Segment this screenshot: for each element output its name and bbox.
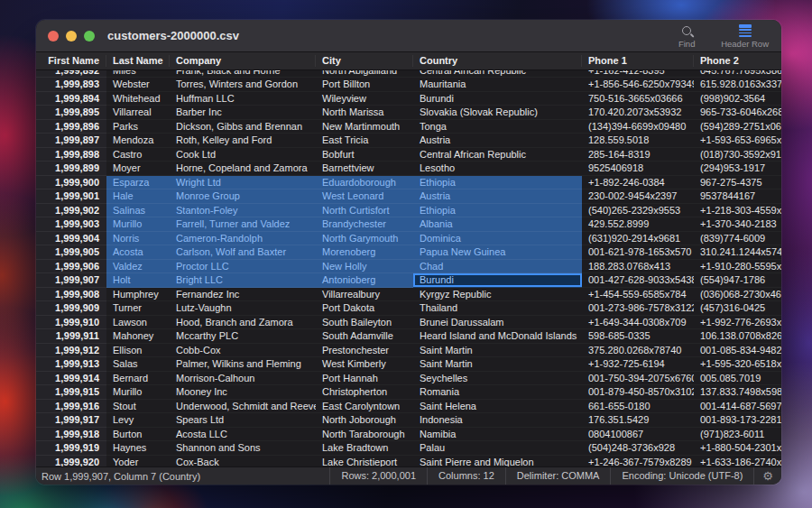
cell-phone1[interactable]: 001-621-978-1653x570 (582, 245, 694, 260)
cell-country[interactable]: Romania (413, 385, 582, 400)
cell-last-name[interactable]: Humphrey (106, 288, 170, 302)
cell-last-name[interactable]: Stout (106, 400, 170, 414)
cell-phone1[interactable]: +1-649-344-0308x709 (582, 316, 694, 330)
cell-city[interactable]: South Adamville (316, 329, 413, 344)
cell-phone2[interactable]: +1-992-776-2693x99 (694, 316, 781, 330)
cell-phone1[interactable]: 375.280.0268x78740 (582, 344, 694, 358)
close-button[interactable] (48, 31, 59, 42)
cell-country[interactable]: Palau (413, 441, 582, 456)
cell-phone1[interactable]: 001-427-628-9033x5438 (582, 273, 694, 288)
cell-city[interactable]: Bobfurt (316, 148, 413, 162)
column-header-phone-1[interactable]: Phone 1 (582, 52, 694, 69)
cell-company[interactable]: Proctor LLC (170, 260, 316, 274)
cell-last-name[interactable]: Acosta (106, 245, 170, 260)
cell-country[interactable]: Kyrgyz Republic (413, 288, 582, 302)
cell-phone2[interactable]: 045.767.7695x3864 (694, 70, 781, 78)
cell-city[interactable]: Lake Bradtown (316, 441, 413, 456)
cell-company[interactable]: Lutz-Vaughn (170, 301, 316, 316)
cell-phone2[interactable]: (294)953-1917 (694, 162, 781, 176)
row-number[interactable]: 1,999,913 (36, 357, 106, 372)
cell-company[interactable]: Cameron-Randolph (170, 232, 316, 246)
cell-city[interactable]: Villarrealbury (316, 288, 413, 302)
cell-phone2[interactable]: (554)947-1786 (694, 273, 781, 288)
row-number[interactable]: 1,999,898 (36, 148, 106, 162)
cell-country[interactable]: Saint Helena (413, 400, 582, 414)
cell-company[interactable]: Palmer, Wilkins and Fleming (170, 357, 316, 372)
cell-company[interactable]: Fernandez Inc (170, 288, 316, 302)
cell-company[interactable]: Monroe Group (170, 189, 316, 204)
cell-city[interactable]: Brandychester (316, 217, 413, 232)
cell-phone2[interactable]: +1-593-653-6965x443 (694, 134, 781, 148)
cell-city[interactable]: North Marissa (316, 106, 413, 120)
cell-city[interactable]: Antonioberg (316, 273, 413, 288)
row-number[interactable]: 1,999,919 (36, 441, 106, 456)
cell-phone2[interactable]: +1-910-280-5595x74 (694, 260, 781, 274)
cell-country[interactable]: Albania (413, 217, 582, 232)
cell-city[interactable]: Port Dakota (316, 301, 413, 316)
cell-company[interactable]: Underwood, Schmidt and Reeves (170, 400, 316, 414)
cell-phone1[interactable]: 176.351.5429 (582, 413, 694, 428)
row-number[interactable]: 1,999,912 (36, 344, 106, 358)
cell-phone1[interactable]: 0804100867 (582, 428, 694, 442)
row-number[interactable]: 1,999,915 (36, 385, 106, 400)
cell-city[interactable]: Barnettview (316, 162, 413, 176)
cell-city[interactable]: Prestonchester (316, 344, 413, 358)
cell-phone1[interactable]: 188.283.0768x413 (582, 260, 694, 274)
cell-phone1[interactable]: 429.552.8999 (582, 217, 694, 232)
cell-phone2[interactable]: 615.928.0163x33700 (694, 78, 781, 92)
cell-phone1[interactable]: 001-750-394-2075x6760 (582, 372, 694, 386)
cell-city[interactable]: North Abigailland (316, 70, 413, 78)
column-header-city[interactable]: City (316, 52, 413, 69)
cell-city[interactable]: Christopherton (316, 385, 413, 400)
cell-last-name[interactable]: Whitehead (106, 92, 170, 106)
cell-phone1[interactable]: +1-932-725-6194 (582, 357, 694, 372)
cell-company[interactable]: Shannon and Sons (170, 441, 316, 456)
cell-company[interactable]: Acosta LLC (170, 428, 316, 442)
cell-last-name[interactable]: Hale (106, 189, 170, 204)
cell-last-name[interactable]: Burton (106, 428, 170, 442)
cell-phone2[interactable]: 001-893-173-2281x44 (694, 413, 781, 428)
cell-city[interactable]: New Martinmouth (316, 120, 413, 134)
row-number[interactable]: 1,999,907 (36, 273, 106, 288)
row-number[interactable]: 1,999,900 (36, 176, 106, 190)
cell-city[interactable]: North Joborough (316, 413, 413, 428)
row-number[interactable]: 1,999,902 (36, 204, 106, 218)
cell-country[interactable]: Central African Republic (413, 70, 582, 78)
cell-company[interactable]: Horne, Copeland and Zamora (170, 162, 316, 176)
cell-city[interactable]: West Kimberly (316, 357, 413, 372)
cell-country[interactable]: Heard Island and McDonald Islands (413, 329, 582, 344)
cell-country[interactable]: Chad (413, 260, 582, 274)
cell-phone1[interactable]: +1-856-546-6250x79349 (582, 78, 694, 92)
cell-last-name[interactable]: Esparza (106, 176, 170, 190)
cell-phone1[interactable]: +1-892-246-0384 (582, 176, 694, 190)
cell-last-name[interactable]: Mahoney (106, 329, 170, 344)
cell-last-name[interactable]: Murillo (106, 217, 170, 232)
cell-company[interactable]: Hood, Branch and Zamora (170, 316, 316, 330)
cell-country[interactable]: Brunei Darussalam (413, 316, 582, 330)
cell-phone1[interactable]: (540)265-2329x9553 (582, 204, 694, 218)
cell-country[interactable]: Lesotho (413, 162, 582, 176)
cell-country[interactable]: Burundi (413, 92, 582, 106)
cell-last-name[interactable]: Ellison (106, 344, 170, 358)
cell-company[interactable]: Mccarthy PLC (170, 329, 316, 344)
cell-company[interactable]: Stanton-Foley (170, 204, 316, 218)
cell-last-name[interactable]: Haynes (106, 441, 170, 456)
cell-phone2[interactable]: 001-414-687-5697x5 (694, 400, 781, 414)
cell-phone2[interactable]: (594)289-2751x06033 (694, 120, 781, 134)
cell-last-name[interactable]: Levy (106, 413, 170, 428)
cell-last-name[interactable]: Holt (106, 273, 170, 288)
cell-phone1[interactable]: 285-164-8319 (582, 148, 694, 162)
cell-city[interactable]: West Leonard (316, 189, 413, 204)
cell-city[interactable]: East Carolyntown (316, 400, 413, 414)
cell-phone1[interactable]: 001-879-450-8570x31029 (582, 385, 694, 400)
gear-icon[interactable]: ⚙ (753, 467, 781, 485)
row-number[interactable]: 1,999,899 (36, 162, 106, 176)
row-number[interactable]: 1,999,918 (36, 428, 106, 442)
row-number[interactable]: 1,999,904 (36, 232, 106, 246)
cell-city[interactable]: Port Hannah (316, 372, 413, 386)
cell-phone1[interactable]: +1-246-367-7579x8289 (582, 456, 694, 467)
cell-country[interactable]: Dominica (413, 232, 582, 246)
row-number[interactable]: 1,999,893 (36, 78, 106, 92)
cell-city[interactable]: Eduardoborough (316, 176, 413, 190)
row-number[interactable]: 1,999,903 (36, 217, 106, 232)
